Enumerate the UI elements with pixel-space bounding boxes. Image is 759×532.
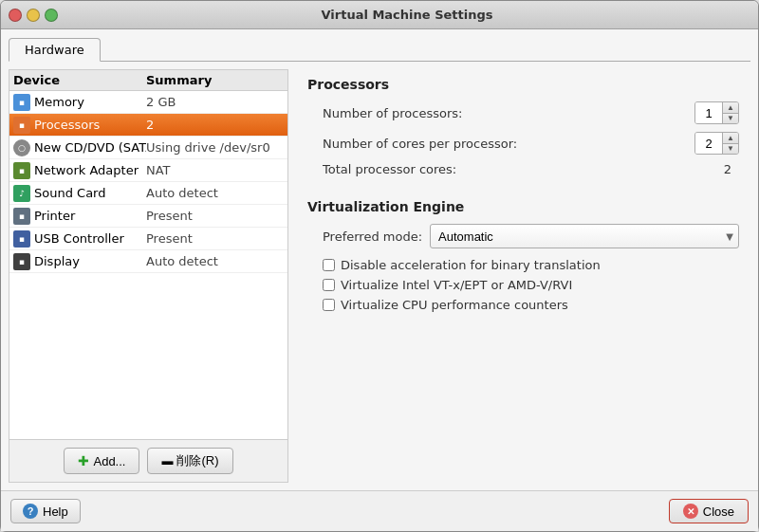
- remove-label: 削除(R): [176, 452, 218, 469]
- network-icon: ▪: [13, 162, 30, 179]
- device-summary-processors: 2: [146, 118, 284, 132]
- preferred-mode-select[interactable]: Automatic Intel VT-x/EPT Binary Translat…: [430, 224, 739, 248]
- main-window: Virtual Machine Settings Hardware Device…: [0, 0, 759, 532]
- device-summary-cd: Using drive /dev/sr0: [146, 140, 284, 155]
- content-area: Hardware Device Summary ▪ Memory 2 GB: [1, 29, 758, 490]
- memory-icon: ▪: [13, 94, 30, 111]
- num-processors-up[interactable]: ▲: [723, 102, 738, 114]
- device-name-processors: Processors: [34, 118, 146, 132]
- device-summary-memory: 2 GB: [146, 95, 284, 109]
- num-processors-spinner[interactable]: ▲ ▼: [694, 101, 739, 124]
- cores-per-proc-row: Number of cores per processor: ▲ ▼: [307, 132, 739, 155]
- close-x-icon: ✕: [683, 504, 698, 519]
- help-label: Help: [43, 504, 68, 519]
- device-name-sound: Sound Card: [34, 186, 146, 200]
- bottom-bar: ? Help ✕ Close: [1, 490, 758, 531]
- main-area: Device Summary ▪ Memory 2 GB ▪ Processor…: [9, 69, 750, 483]
- right-panel: Processors Number of processors: ▲ ▼ Num…: [296, 69, 750, 483]
- device-summary-sound: Auto detect: [146, 186, 284, 200]
- titlebar-buttons: [9, 9, 58, 22]
- add-label: Add...: [93, 454, 125, 468]
- titlebar: Virtual Machine Settings: [1, 1, 758, 29]
- table-header: Device Summary: [9, 70, 287, 91]
- vt-label[interactable]: Virtualize Intel VT-x/EPT or AMD-V/RVI: [341, 278, 572, 292]
- printer-icon: ▪: [13, 208, 30, 225]
- remove-icon: ▬: [161, 454, 173, 468]
- device-name-printer: Printer: [34, 209, 146, 223]
- perf-counters-checkbox[interactable]: [323, 299, 335, 311]
- cores-per-proc-down[interactable]: ▼: [723, 144, 738, 155]
- cd-icon: ○: [13, 139, 30, 156]
- total-cores-row: Total processor cores: 2: [307, 162, 739, 176]
- close-label: Close: [703, 504, 734, 519]
- table-row[interactable]: ▪ Display Auto detect: [9, 250, 287, 273]
- processors-icon: ▪: [13, 117, 30, 134]
- num-processors-label: Number of processors:: [307, 106, 694, 120]
- table-row[interactable]: ▪ Printer Present: [9, 205, 287, 228]
- cores-per-proc-label: Number of cores per processor:: [307, 137, 694, 151]
- device-summary-usb: Present: [146, 231, 284, 246]
- minimize-window-btn[interactable]: [27, 9, 40, 22]
- num-processors-down[interactable]: ▼: [723, 114, 738, 124]
- preferred-mode-row: Preferred mode: Automatic Intel VT-x/EPT…: [307, 224, 739, 248]
- cores-per-proc-input[interactable]: [695, 133, 722, 154]
- sound-icon: ♪: [13, 185, 30, 202]
- virtualization-section: Virtualization Engine Preferred mode: Au…: [307, 199, 739, 318]
- cores-per-proc-spinner-btns: ▲ ▼: [722, 133, 738, 154]
- add-icon: ✚: [78, 453, 89, 468]
- total-cores-value: 2: [724, 162, 731, 176]
- table-row[interactable]: ▪ Processors 2: [9, 114, 287, 137]
- preferred-mode-wrapper: Automatic Intel VT-x/EPT Binary Translat…: [430, 224, 739, 248]
- device-summary-display: Auto detect: [146, 254, 284, 268]
- usb-icon: ▪: [13, 230, 30, 248]
- disable-accel-checkbox[interactable]: [323, 259, 335, 271]
- col-device-header: Device: [13, 73, 146, 87]
- vt-checkbox[interactable]: [323, 279, 335, 291]
- device-summary-network: NAT: [146, 163, 284, 177]
- display-icon: ▪: [13, 253, 30, 270]
- perf-counters-label[interactable]: Virtualize CPU performance counters: [341, 298, 568, 312]
- device-list: ▪ Memory 2 GB ▪ Processors 2 ○ New CD/DV…: [9, 91, 287, 439]
- add-button[interactable]: ✚ Add...: [64, 448, 139, 474]
- processors-section-title: Processors: [307, 77, 739, 92]
- help-button[interactable]: ? Help: [10, 499, 81, 523]
- table-row[interactable]: ▪ USB Controller Present: [9, 228, 287, 250]
- disable-accel-label[interactable]: Disable acceleration for binary translat…: [341, 258, 601, 272]
- cores-per-proc-spinner[interactable]: ▲ ▼: [694, 132, 739, 155]
- device-name-cd: New CD/DVD (SATA): [34, 140, 146, 155]
- device-name-memory: Memory: [34, 95, 146, 109]
- total-cores-label: Total processor cores:: [307, 162, 724, 176]
- num-processors-row: Number of processors: ▲ ▼: [307, 101, 739, 124]
- num-processors-spinner-btns: ▲ ▼: [722, 102, 738, 123]
- close-button[interactable]: ✕ Close: [669, 499, 749, 523]
- preferred-mode-label: Preferred mode:: [307, 229, 422, 244]
- help-icon: ?: [23, 504, 38, 519]
- disable-accel-row: Disable acceleration for binary translat…: [307, 258, 739, 272]
- num-processors-input[interactable]: [695, 102, 722, 123]
- remove-button[interactable]: ▬ 削除(R): [147, 448, 232, 474]
- virt-section-title: Virtualization Engine: [307, 199, 739, 214]
- window-title: Virtual Machine Settings: [64, 8, 750, 22]
- device-name-usb: USB Controller: [34, 231, 146, 246]
- left-panel: Device Summary ▪ Memory 2 GB ▪ Processor…: [9, 69, 288, 483]
- device-name-network: Network Adapter: [34, 163, 146, 177]
- maximize-window-btn[interactable]: [45, 9, 58, 22]
- device-name-display: Display: [34, 254, 146, 268]
- left-buttons: ✚ Add... ▬ 削除(R): [9, 439, 287, 482]
- close-window-btn[interactable]: [9, 9, 22, 22]
- col-summary-header: Summary: [146, 73, 284, 87]
- cores-per-proc-up[interactable]: ▲: [723, 133, 738, 144]
- tab-bar: Hardware: [9, 37, 750, 62]
- perf-counters-row: Virtualize CPU performance counters: [307, 298, 739, 312]
- table-row[interactable]: ▪ Network Adapter NAT: [9, 159, 287, 182]
- table-row[interactable]: ○ New CD/DVD (SATA) Using drive /dev/sr0: [9, 137, 287, 159]
- device-summary-printer: Present: [146, 209, 284, 223]
- tab-hardware[interactable]: Hardware: [9, 38, 101, 62]
- table-row[interactable]: ▪ Memory 2 GB: [9, 91, 287, 114]
- vt-row: Virtualize Intel VT-x/EPT or AMD-V/RVI: [307, 278, 739, 292]
- table-row[interactable]: ♪ Sound Card Auto detect: [9, 182, 287, 205]
